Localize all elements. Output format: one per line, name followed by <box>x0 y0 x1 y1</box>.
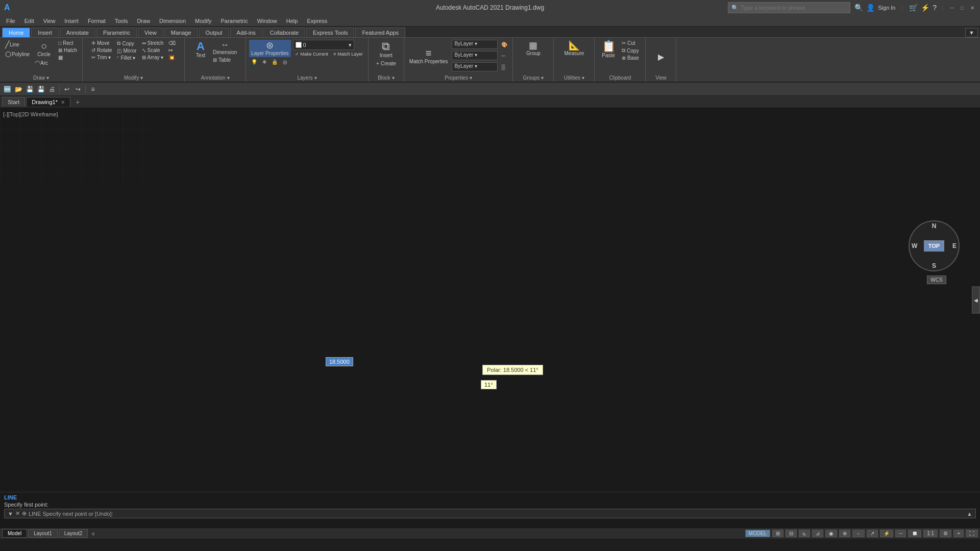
doc-tab-close[interactable]: ✕ <box>61 99 65 105</box>
tab-output[interactable]: Output <box>199 28 229 37</box>
group-layers-arrow[interactable]: ▾ <box>314 75 317 81</box>
status-scale-btn[interactable]: 1:1 <box>923 530 938 537</box>
btn-group[interactable]: ▦ Group <box>524 40 543 57</box>
status-grid-btn[interactable]: ⊞ <box>772 530 783 537</box>
status-osnap-btn[interactable]: ◉ <box>825 530 837 537</box>
btn-hatch[interactable]: ⊠Hatch <box>56 47 79 54</box>
cmd-input[interactable] <box>115 511 965 517</box>
tb-properties[interactable]: ≡ <box>88 84 98 94</box>
tab-home[interactable]: Home <box>2 28 30 37</box>
status-model-btn[interactable]: MODEL <box>745 530 771 537</box>
btn-fillet[interactable]: ◜Fillet ▾ <box>115 55 138 61</box>
status-polar-btn[interactable]: ⊿ <box>812 530 823 537</box>
menu-window[interactable]: Window <box>253 17 281 25</box>
sign-in-btn[interactable]: Sign In <box>878 5 895 11</box>
btn-match-properties[interactable]: ≡ Match Properties <box>407 47 450 65</box>
tb-redo[interactable]: ↪ <box>73 84 83 94</box>
tab-insert[interactable]: Insert <box>31 28 59 37</box>
btn-make-current[interactable]: ✓ Make Current <box>293 51 331 57</box>
btn-arc[interactable]: ◠ Arc <box>33 59 55 67</box>
tab-featured-apps[interactable]: Featured Apps <box>355 28 405 37</box>
layer-dropdown[interactable]: 0 ▾ <box>293 40 354 50</box>
btn-view-expand[interactable]: ▶ <box>656 52 666 62</box>
linetype-dropdown[interactable]: ByLayer ▾ <box>452 51 498 60</box>
tb-new[interactable]: 🆕 <box>2 84 12 94</box>
status-ducs-btn[interactable]: ↗ <box>867 530 878 537</box>
status-dyn-btn[interactable]: ⚡ <box>880 530 893 537</box>
btn-dimension[interactable]: ↔ Dimension <box>211 40 239 56</box>
layout-tab-layout1[interactable]: Layout1 <box>28 529 58 538</box>
wcs-btn[interactable]: WCS <box>927 276 946 284</box>
btn-scale[interactable]: ⤡Scale <box>140 47 166 54</box>
btn-array[interactable]: ⊞Array ▾ <box>140 54 166 61</box>
menu-edit[interactable]: Edit <box>20 17 38 25</box>
help-btn[interactable]: ? <box>933 4 937 12</box>
btn-stretch[interactable]: ⇔Stretch <box>140 40 166 46</box>
tab-collaborate[interactable]: Collaborate <box>263 28 305 37</box>
btn-explode[interactable]: 💥 <box>166 54 178 61</box>
tab-extra[interactable]: ▼ <box>965 28 978 37</box>
exchange-icon[interactable]: ⚡ <box>921 4 929 12</box>
search-input[interactable] <box>741 5 832 11</box>
linetype-btn[interactable]: ─ <box>499 53 507 59</box>
btn-offset[interactable]: ↦ <box>166 47 178 54</box>
menu-draw[interactable]: Draw <box>133 17 154 25</box>
doc-tab-start[interactable]: Start <box>2 97 25 107</box>
tab-express-tools[interactable]: Express Tools <box>306 28 354 37</box>
compass-ring[interactable]: N S E W TOP <box>909 220 960 271</box>
btn-layer-freeze[interactable]: ❄ <box>260 59 268 65</box>
btn-rect[interactable]: □Rect <box>56 40 79 46</box>
btn-insert[interactable]: ⧉ Insert <box>377 40 395 59</box>
tb-open[interactable]: 📂 <box>13 84 23 94</box>
btn-match-layer[interactable]: ≡ Match Layer <box>331 51 365 57</box>
layout-tab-layout2[interactable]: Layout2 <box>59 529 88 538</box>
close-btn[interactable]: ✕ <box>969 4 976 11</box>
tab-addins[interactable]: Add-ins <box>230 28 262 37</box>
btn-measure[interactable]: 📐 Measure <box>562 40 586 57</box>
btn-rotate[interactable]: ↺Rotate <box>89 47 114 54</box>
btn-paste[interactable]: 📋 Paste <box>599 40 618 59</box>
btn-layer-properties[interactable]: ⊛ Layer Properties <box>249 40 290 57</box>
group-annotation-arrow[interactable]: ▾ <box>227 75 230 81</box>
menu-dimension[interactable]: Dimension <box>155 17 190 25</box>
btn-layer-iso[interactable]: ◎ <box>281 59 289 65</box>
doc-tab-drawing1[interactable]: Drawing1* ✕ <box>26 97 70 107</box>
btn-gradient[interactable]: ▦ <box>56 54 79 61</box>
group-utilities-arrow[interactable]: ▾ <box>582 75 584 81</box>
menu-parametric[interactable]: Parametric <box>216 17 252 25</box>
menu-help[interactable]: Help <box>282 17 302 25</box>
btn-polyline[interactable]: ⬡ Polyline <box>3 49 32 59</box>
menu-format[interactable]: Format <box>84 17 110 25</box>
maximize-btn[interactable]: □ <box>959 4 966 11</box>
btn-circle[interactable]: ○ Circle <box>33 40 55 58</box>
lineweight-dropdown[interactable]: ByLayer ▾ <box>452 62 498 71</box>
btn-layer-on[interactable]: 💡 <box>249 59 259 65</box>
btn-base[interactable]: ⊕Base <box>620 55 641 61</box>
tb-save-as[interactable]: 💾 <box>36 84 46 94</box>
tab-annotate[interactable]: Annotate <box>60 28 95 37</box>
btn-text[interactable]: A Text <box>191 40 210 59</box>
group-properties-arrow[interactable]: ▾ <box>470 75 472 81</box>
transparency-btn[interactable]: ▒ <box>499 64 507 70</box>
tb-undo[interactable]: ↩ <box>62 84 72 94</box>
top-cube-btn[interactable]: TOP <box>924 240 944 252</box>
right-panel-toggle[interactable]: ◀ <box>972 287 980 314</box>
search-bar[interactable]: 🔍 <box>728 2 850 13</box>
cmd-cancel-icon[interactable]: ✕ <box>15 510 20 517</box>
status-lw-btn[interactable]: ─ <box>895 530 906 537</box>
search-btn[interactable]: 🔍 <box>854 4 863 12</box>
btn-trim[interactable]: ✂Trim ▾ <box>89 54 114 61</box>
group-draw-arrow[interactable]: ▾ <box>46 75 49 81</box>
btn-create-block[interactable]: +Create <box>374 60 398 67</box>
cmd-filter-icon[interactable]: ⊕ <box>22 510 27 517</box>
group-modify-arrow[interactable]: ▾ <box>140 75 143 81</box>
btn-layer-lock[interactable]: 🔒 <box>270 59 280 65</box>
status-fullscreen-btn[interactable]: ⛶ <box>966 530 978 537</box>
status-ws-btn[interactable]: + <box>953 530 964 537</box>
menu-modify[interactable]: Modify <box>191 17 215 25</box>
btn-erase[interactable]: ⌫ <box>166 40 178 46</box>
status-snap-btn[interactable]: ⊟ <box>786 530 797 537</box>
doc-tab-add[interactable]: + <box>71 96 84 108</box>
group-block-arrow[interactable]: ▾ <box>392 75 395 81</box>
btn-table[interactable]: ⊞ Table <box>211 57 239 63</box>
